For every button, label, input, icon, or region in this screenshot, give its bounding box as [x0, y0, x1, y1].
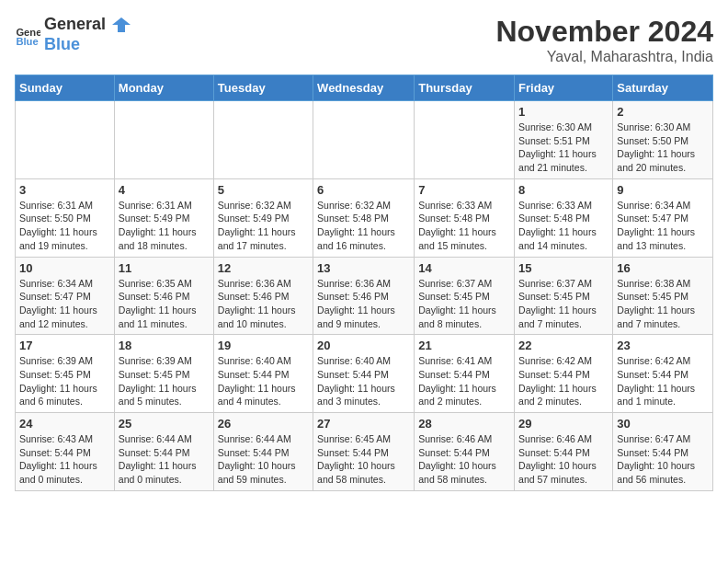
calendar-cell: 28Sunrise: 6:46 AM Sunset: 5:44 PM Dayli…: [415, 413, 515, 491]
day-info: Sunrise: 6:32 AM Sunset: 5:48 PM Dayligh…: [317, 199, 410, 253]
calendar-cell: 1Sunrise: 6:30 AM Sunset: 5:51 PM Daylig…: [515, 101, 613, 179]
calendar-cell: 12Sunrise: 6:36 AM Sunset: 5:46 PM Dayli…: [213, 257, 313, 335]
day-number: 6: [317, 183, 410, 197]
calendar-cell: 27Sunrise: 6:45 AM Sunset: 5:44 PM Dayli…: [313, 413, 415, 491]
calendar-cell: 18Sunrise: 6:39 AM Sunset: 5:45 PM Dayli…: [114, 335, 213, 413]
day-number: 8: [518, 183, 609, 197]
calendar-cell: 24Sunrise: 6:43 AM Sunset: 5:44 PM Dayli…: [16, 413, 115, 491]
day-number: 17: [19, 339, 110, 352]
day-number: 16: [617, 261, 709, 275]
day-info: Sunrise: 6:40 AM Sunset: 5:44 PM Dayligh…: [218, 354, 309, 408]
day-number: 5: [218, 183, 309, 197]
day-info: Sunrise: 6:37 AM Sunset: 5:45 PM Dayligh…: [418, 277, 510, 331]
day-info: Sunrise: 6:35 AM Sunset: 5:46 PM Dayligh…: [119, 277, 210, 331]
day-number: 29: [518, 417, 609, 431]
weekday-header-row: SundayMondayTuesdayWednesdayThursdayFrid…: [16, 75, 713, 101]
day-number: 9: [617, 183, 709, 197]
weekday-header-tuesday: Tuesday: [213, 75, 313, 101]
day-info: Sunrise: 6:31 AM Sunset: 5:50 PM Dayligh…: [19, 199, 110, 253]
day-number: 12: [218, 261, 309, 275]
calendar-cell: 20Sunrise: 6:40 AM Sunset: 5:44 PM Dayli…: [313, 335, 415, 413]
day-number: 30: [617, 417, 709, 431]
calendar-cell: 14Sunrise: 6:37 AM Sunset: 5:45 PM Dayli…: [415, 257, 515, 335]
calendar-cell: 2Sunrise: 6:30 AM Sunset: 5:50 PM Daylig…: [613, 101, 713, 179]
day-info: Sunrise: 6:44 AM Sunset: 5:44 PM Dayligh…: [119, 432, 210, 487]
calendar-cell: 25Sunrise: 6:44 AM Sunset: 5:44 PM Dayli…: [114, 413, 213, 491]
weekday-header-friday: Friday: [515, 75, 613, 101]
day-info: Sunrise: 6:30 AM Sunset: 5:50 PM Dayligh…: [617, 121, 709, 175]
calendar-cell: 26Sunrise: 6:44 AM Sunset: 5:44 PM Dayli…: [213, 413, 313, 491]
calendar-cell: 5Sunrise: 6:32 AM Sunset: 5:49 PM Daylig…: [213, 178, 313, 257]
day-number: 13: [317, 261, 410, 275]
day-number: 3: [19, 183, 110, 197]
svg-marker-2: [112, 17, 131, 32]
day-number: 21: [418, 339, 510, 352]
calendar-cell: [213, 101, 313, 179]
day-info: Sunrise: 6:36 AM Sunset: 5:46 PM Dayligh…: [317, 277, 410, 331]
calendar-cell: 10Sunrise: 6:34 AM Sunset: 5:47 PM Dayli…: [16, 257, 115, 335]
day-info: Sunrise: 6:41 AM Sunset: 5:44 PM Dayligh…: [418, 354, 510, 408]
day-info: Sunrise: 6:34 AM Sunset: 5:47 PM Dayligh…: [19, 277, 110, 331]
calendar-cell: 4Sunrise: 6:31 AM Sunset: 5:49 PM Daylig…: [114, 178, 213, 257]
calendar-cell: 22Sunrise: 6:42 AM Sunset: 5:44 PM Dayli…: [515, 335, 613, 413]
day-info: Sunrise: 6:42 AM Sunset: 5:44 PM Dayligh…: [518, 354, 609, 408]
calendar-cell: 8Sunrise: 6:33 AM Sunset: 5:48 PM Daylig…: [515, 178, 613, 257]
day-number: 11: [119, 261, 210, 275]
day-number: 15: [518, 261, 609, 275]
day-info: Sunrise: 6:38 AM Sunset: 5:45 PM Dayligh…: [617, 277, 709, 331]
day-number: 10: [19, 261, 110, 275]
calendar-cell: 9Sunrise: 6:34 AM Sunset: 5:47 PM Daylig…: [613, 178, 713, 257]
calendar-cell: 30Sunrise: 6:47 AM Sunset: 5:44 PM Dayli…: [613, 413, 713, 491]
calendar-cell: [16, 101, 115, 179]
calendar-week-row: 1Sunrise: 6:30 AM Sunset: 5:51 PM Daylig…: [16, 101, 713, 179]
svg-text:Blue: Blue: [16, 36, 38, 47]
day-number: 1: [518, 105, 609, 119]
calendar-cell: 3Sunrise: 6:31 AM Sunset: 5:50 PM Daylig…: [16, 178, 115, 257]
day-number: 28: [418, 417, 510, 431]
weekday-header-monday: Monday: [114, 75, 213, 101]
logo-blue-text: Blue: [44, 35, 131, 55]
title-area: November 2024 Yaval, Maharashtra, India: [495, 15, 713, 65]
calendar-cell: 16Sunrise: 6:38 AM Sunset: 5:45 PM Dayli…: [613, 257, 713, 335]
day-number: 22: [518, 339, 609, 352]
day-info: Sunrise: 6:44 AM Sunset: 5:44 PM Dayligh…: [218, 432, 309, 487]
day-info: Sunrise: 6:47 AM Sunset: 5:44 PM Dayligh…: [617, 432, 709, 487]
logo-icon: General Blue: [15, 22, 40, 48]
day-info: Sunrise: 6:39 AM Sunset: 5:45 PM Dayligh…: [119, 354, 210, 408]
calendar-cell: 7Sunrise: 6:33 AM Sunset: 5:48 PM Daylig…: [415, 178, 515, 257]
day-info: Sunrise: 6:34 AM Sunset: 5:47 PM Dayligh…: [617, 199, 709, 253]
day-number: 2: [617, 105, 709, 119]
logo: General Blue General Blue: [15, 15, 131, 54]
calendar-cell: [415, 101, 515, 179]
day-info: Sunrise: 6:46 AM Sunset: 5:44 PM Dayligh…: [418, 432, 510, 487]
calendar-cell: 11Sunrise: 6:35 AM Sunset: 5:46 PM Dayli…: [114, 257, 213, 335]
logo-bird-icon: [112, 16, 131, 34]
calendar-week-row: 3Sunrise: 6:31 AM Sunset: 5:50 PM Daylig…: [16, 178, 713, 257]
day-number: 24: [19, 417, 110, 431]
day-number: 4: [119, 183, 210, 197]
day-number: 14: [418, 261, 510, 275]
day-number: 7: [418, 183, 510, 197]
header: General Blue General Blue November 2024 …: [15, 15, 713, 65]
day-info: Sunrise: 6:30 AM Sunset: 5:51 PM Dayligh…: [518, 121, 609, 175]
day-info: Sunrise: 6:37 AM Sunset: 5:45 PM Dayligh…: [518, 277, 609, 331]
calendar-cell: 13Sunrise: 6:36 AM Sunset: 5:46 PM Dayli…: [313, 257, 415, 335]
calendar-cell: 15Sunrise: 6:37 AM Sunset: 5:45 PM Dayli…: [515, 257, 613, 335]
day-info: Sunrise: 6:33 AM Sunset: 5:48 PM Dayligh…: [418, 199, 510, 253]
day-number: 25: [119, 417, 210, 431]
logo-general-text: General: [44, 15, 131, 35]
day-info: Sunrise: 6:45 AM Sunset: 5:44 PM Dayligh…: [317, 432, 410, 487]
calendar-cell: 23Sunrise: 6:42 AM Sunset: 5:44 PM Dayli…: [613, 335, 713, 413]
day-info: Sunrise: 6:32 AM Sunset: 5:49 PM Dayligh…: [218, 199, 309, 253]
day-number: 26: [218, 417, 309, 431]
day-number: 27: [317, 417, 410, 431]
location-title: Yaval, Maharashtra, India: [495, 49, 713, 65]
calendar-cell: 6Sunrise: 6:32 AM Sunset: 5:48 PM Daylig…: [313, 178, 415, 257]
calendar-cell: 17Sunrise: 6:39 AM Sunset: 5:45 PM Dayli…: [16, 335, 115, 413]
calendar-cell: 21Sunrise: 6:41 AM Sunset: 5:44 PM Dayli…: [415, 335, 515, 413]
day-info: Sunrise: 6:39 AM Sunset: 5:45 PM Dayligh…: [19, 354, 110, 408]
weekday-header-thursday: Thursday: [415, 75, 515, 101]
day-info: Sunrise: 6:33 AM Sunset: 5:48 PM Dayligh…: [518, 199, 609, 253]
calendar-cell: 19Sunrise: 6:40 AM Sunset: 5:44 PM Dayli…: [213, 335, 313, 413]
calendar-cell: 29Sunrise: 6:46 AM Sunset: 5:44 PM Dayli…: [515, 413, 613, 491]
